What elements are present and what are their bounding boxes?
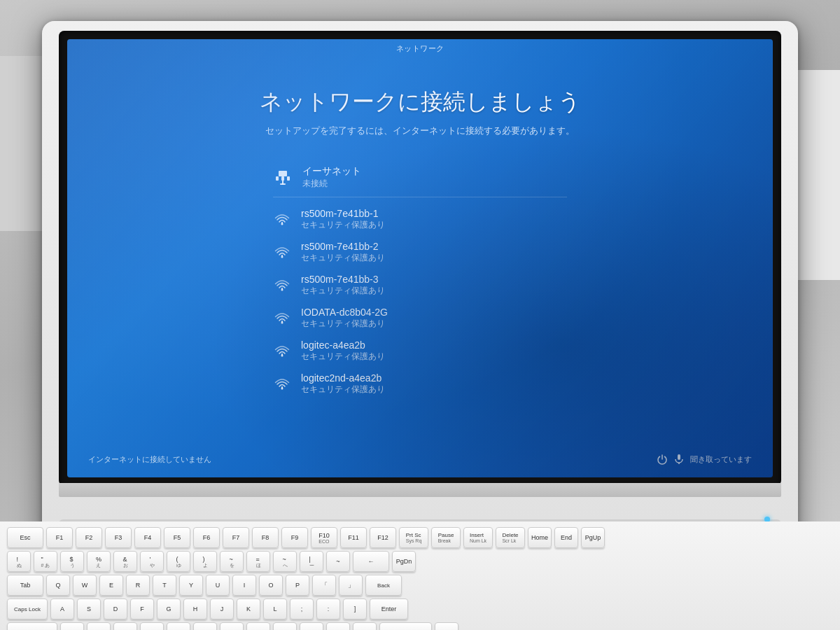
key-5[interactable]: 'や <box>140 551 164 572</box>
key-bracket-l[interactable]: 「 <box>312 575 336 596</box>
wifi-item-0[interactable]: rs500m-7e41bb-1 セキュリティ保護あり <box>273 203 567 236</box>
key-f6[interactable]: F6 <box>193 527 220 548</box>
keyboard-area: Esc F1 F2 F3 F4 F5 F6 F7 F8 F9 F10ECO F1… <box>0 522 840 630</box>
key-pgdn[interactable]: PgDn <box>392 551 416 572</box>
key-f4[interactable]: F4 <box>134 527 161 548</box>
wifi-item-4[interactable]: logitec-a4ea2b セキュリティ保護あり <box>273 335 567 368</box>
key-e[interactable]: E <box>99 575 123 596</box>
key-hash[interactable]: ] <box>343 598 367 620</box>
key-f9[interactable]: F9 <box>281 527 308 548</box>
key-c[interactable]: C <box>140 622 164 630</box>
key-b[interactable]: B <box>193 622 217 630</box>
sub-title: セットアップを完了するには、インターネットに接続する必要があります。 <box>265 125 575 137</box>
wifi-item-1[interactable]: rs500m-7e41bb-2 セキュリティ保護あり <box>273 236 567 269</box>
key-7[interactable]: )よ <box>193 551 217 572</box>
key-k[interactable]: K <box>237 598 260 620</box>
key-a[interactable]: A <box>50 598 74 620</box>
key-o[interactable]: O <box>259 575 283 596</box>
key-f2[interactable]: F2 <box>76 527 102 548</box>
key-f10[interactable]: F10ECO <box>311 527 337 548</box>
wifi-icon-1 <box>273 244 291 262</box>
key-bracket-r[interactable]: 」 <box>339 575 363 596</box>
key-pause-break[interactable]: PauseBreak <box>431 527 461 548</box>
key-delete[interactable]: DeleteScr Lk <box>496 527 525 548</box>
mic-status-label: 聞き取っています <box>690 454 752 465</box>
key-enter[interactable]: Enter <box>370 598 408 620</box>
key-shift-l[interactable]: Shift <box>7 622 57 630</box>
key-u[interactable]: U <box>206 575 230 596</box>
wifi-item-2[interactable]: rs500m-7e41bb-3 セキュリティ保護あり <box>273 269 567 302</box>
key-d[interactable]: D <box>104 598 127 620</box>
svg-rect-0 <box>279 171 287 176</box>
key-0[interactable]: ~へ <box>273 551 297 572</box>
key-quote[interactable]: : <box>316 598 340 620</box>
keyboard-row-numbers: ! ぬ " # あ $う %え &お 'や (ゆ )よ ~を =ほ ~へ |ー … <box>3 551 837 572</box>
key-8[interactable]: ~を <box>220 551 244 572</box>
ethernet-item[interactable]: イーサネット 未接続 <box>273 158 567 197</box>
svg-rect-1 <box>276 176 279 181</box>
key-p[interactable]: P <box>286 575 309 596</box>
key-9[interactable]: =ほ <box>246 551 270 572</box>
key-f8[interactable]: F8 <box>252 527 279 548</box>
key-backtick[interactable]: ! ぬ <box>7 551 31 572</box>
key-caps[interactable]: Caps Lock <box>7 598 48 620</box>
key-3[interactable]: %え <box>87 551 111 572</box>
key-i[interactable]: I <box>232 575 256 596</box>
key-f7[interactable]: F7 <box>223 527 249 548</box>
key-backslash[interactable]: \ <box>60 622 84 630</box>
wifi-item-5[interactable]: logitec2nd-a4ea2b セキュリティ保護あり <box>273 368 567 400</box>
key-pgup[interactable]: PgUp <box>581 527 605 548</box>
key-j[interactable]: J <box>210 598 234 620</box>
key-x[interactable]: X <box>113 622 137 630</box>
key-equal[interactable]: ~ <box>326 551 350 572</box>
key-h[interactable]: H <box>183 598 207 620</box>
key-4[interactable]: &お <box>113 551 137 572</box>
key-ro[interactable]: \ <box>353 622 377 630</box>
key-f5[interactable]: F5 <box>164 527 190 548</box>
key-t[interactable]: T <box>153 575 176 596</box>
key-up[interactable]: ↑ <box>435 622 458 630</box>
key-z[interactable]: Z <box>87 622 111 630</box>
key-m[interactable]: M <box>246 622 270 630</box>
svg-point-6 <box>281 223 284 225</box>
key-g[interactable]: G <box>157 598 181 620</box>
key-l[interactable]: L <box>263 598 287 620</box>
key-s[interactable]: S <box>77 598 101 620</box>
key-enter-top[interactable]: Back <box>365 575 402 596</box>
wifi-info-2: rs500m-7e41bb-3 セキュリティ保護あり <box>301 274 385 297</box>
key-prtsc[interactable]: Prt ScSys Rq <box>399 527 428 548</box>
wifi-info-5: logitec2nd-a4ea2b セキュリティ保護あり <box>301 372 385 396</box>
power-icon <box>657 454 668 465</box>
key-w[interactable]: W <box>73 575 97 596</box>
key-v[interactable]: V <box>167 622 190 630</box>
wifi-item-3[interactable]: IODATA-dc8b04-2G セキュリティ保護あり <box>273 302 567 335</box>
key-end[interactable]: End <box>554 527 578 548</box>
key-n[interactable]: N <box>220 622 244 630</box>
key-q[interactable]: Q <box>46 575 70 596</box>
key-1[interactable]: " # あ <box>34 551 57 572</box>
key-f11[interactable]: F11 <box>340 527 367 548</box>
key-f12[interactable]: F12 <box>370 527 396 548</box>
key-backspace[interactable]: ← <box>353 551 389 572</box>
key-minus[interactable]: |ー <box>300 551 323 572</box>
key-f1[interactable]: F1 <box>46 527 73 548</box>
key-f[interactable]: F <box>130 598 154 620</box>
key-y[interactable]: Y <box>179 575 203 596</box>
key-insert[interactable]: InsertNum Lk <box>463 527 493 548</box>
key-r[interactable]: R <box>126 575 150 596</box>
key-tab[interactable]: Tab <box>7 575 43 596</box>
key-semicolon[interactable]: ; <box>290 598 314 620</box>
key-esc[interactable]: Esc <box>7 527 43 548</box>
key-6[interactable]: (ゆ <box>167 551 190 572</box>
key-home[interactable]: Home <box>528 527 552 548</box>
key-period[interactable]: . <box>300 622 323 630</box>
key-f3[interactable]: F3 <box>105 527 132 548</box>
key-slash[interactable]: / <box>326 622 350 630</box>
svg-rect-3 <box>287 176 290 181</box>
key-comma[interactable]: , <box>273 622 297 630</box>
svg-point-11 <box>281 387 284 389</box>
wifi-info-1: rs500m-7e41bb-2 セキュリティ保護あり <box>301 241 385 264</box>
key-shift-r[interactable]: Shift <box>379 622 432 630</box>
hinge <box>59 483 781 497</box>
key-2[interactable]: $う <box>60 551 84 572</box>
